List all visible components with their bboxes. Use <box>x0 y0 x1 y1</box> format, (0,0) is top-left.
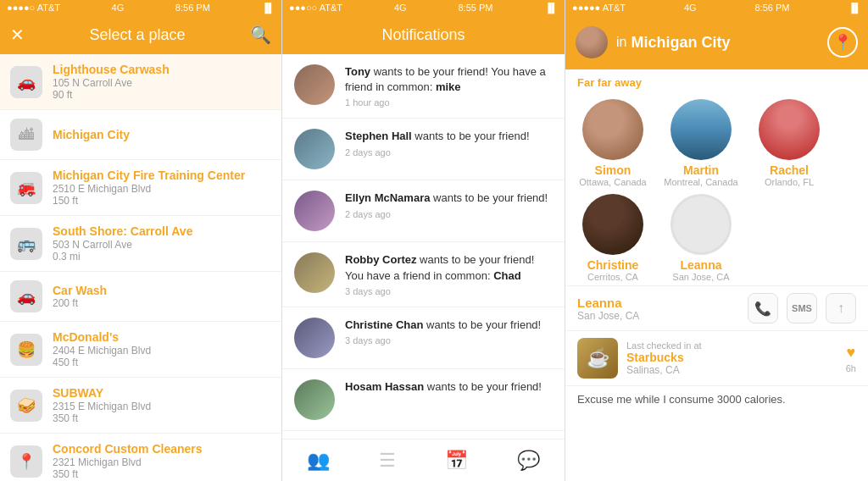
place-distance-fire-training: 150 ft <box>53 195 245 207</box>
tab-calendar[interactable]: 📅 <box>445 450 468 472</box>
tab-chat[interactable]: 💬 <box>517 450 540 472</box>
place-name-fire-training: Michigan City Fire Training Center <box>53 169 245 182</box>
place-address-subway: 2315 E Michigan Blvd <box>53 401 151 412</box>
friend-name-simon: Simon <box>595 163 632 177</box>
notifications-panel: ●●●○○ AT&T 4G 8:55 PM ▐▌ Notifications T… <box>282 0 565 481</box>
network-3: 4G <box>684 3 697 13</box>
notif-avatar-hosam <box>294 379 335 420</box>
notif-time-christine: 3 days ago <box>345 335 541 346</box>
share-button[interactable]: ↑ <box>826 293 856 323</box>
place-item-mcdonalds[interactable]: 🍔 McDonald's 2404 E Michigan Blvd 450 ft <box>0 322 281 378</box>
friend-name-martin: Martin <box>683 163 719 177</box>
section-label: Far far away <box>565 69 868 92</box>
place-name-mcdonalds: McDonald's <box>53 330 151 344</box>
notif-time-tony: 1 hour ago <box>345 97 553 108</box>
place-info-concord: Concord Custom Cleaners 2321 Michigan Bl… <box>53 442 203 480</box>
network-1: 4G <box>112 3 125 13</box>
friend-avatar-simon <box>582 99 643 160</box>
friend-card-martin[interactable]: Martin Montreal, Canada <box>660 99 742 187</box>
phone-button[interactable]: 📞 <box>748 293 778 323</box>
notif-text-christine: Christine Chan wants to be your friend! <box>345 318 541 333</box>
place-info-south-shore: South Shore: Carroll Ave 503 N Carroll A… <box>53 224 192 263</box>
place-address-fire-training: 2510 E Michigan Blvd <box>53 183 245 195</box>
notification-item-hosam[interactable]: Hosam Hassan wants to be your friend! <box>282 369 565 431</box>
selected-friend-bar: Leanna San Jose, CA 📞 SMS ↑ <box>565 285 868 330</box>
time-3: 8:56 PM <box>755 3 790 13</box>
notif-content-stephen: Stephen Hall wants to be your friend! 2 … <box>345 129 530 157</box>
friend-card-christine2[interactable]: Christine Cerritos, CA <box>572 194 654 282</box>
friend-card-rachel[interactable]: Rachel Orlando, FL <box>748 99 830 187</box>
place-distance-concord: 350 ft <box>53 468 203 480</box>
tab-list[interactable]: ☰ <box>379 450 396 472</box>
heart-icon[interactable]: ♥ <box>847 344 856 362</box>
checkin-venue: Starbucks <box>626 351 702 364</box>
friend-location-rachel: Orlando, FL <box>765 177 814 187</box>
friend-name-leanna: Leanna <box>680 258 721 272</box>
place-icon-south-shore: 🚌 <box>10 228 42 260</box>
close-button[interactable]: ✕ <box>10 25 25 45</box>
michigan-city-panel: ●●●●● AT&T 4G 8:56 PM ▐▌ in Michigan Cit… <box>565 0 868 481</box>
selected-friend-info: Leanna San Jose, CA <box>577 296 639 322</box>
place-item-subway[interactable]: 🥪 SUBWAY 2315 E Michigan Blvd 350 ft <box>0 378 281 434</box>
sms-button[interactable]: SMS <box>787 293 817 323</box>
checkin-section: ☕ Last checked in at Starbucks Salinas, … <box>565 330 868 385</box>
friends-grid: Simon Ottawa, Canada Martin Montreal, Ca… <box>565 92 868 285</box>
place-icon-lighthouse: 🚗 <box>10 66 42 98</box>
notifications-header: Notifications <box>282 15 565 54</box>
place-distance-car-wash: 200 ft <box>53 297 107 309</box>
checkin-message: Excuse me while I consume 3000 calories. <box>565 385 868 412</box>
place-distance-lighthouse: 90 ft <box>53 89 170 101</box>
notification-item-robby[interactable]: Robby Cortez wants to be your friend! Yo… <box>282 242 565 307</box>
friend-name-christine2: Christine <box>587 258 639 272</box>
in-text: in <box>616 35 626 50</box>
friend-location-christine2: Cerritos, CA <box>587 272 638 282</box>
carrier-2: ●●●○○ AT&T <box>289 3 342 13</box>
friend-avatar-christine2 <box>582 194 643 255</box>
checkin-image: ☕ <box>577 338 618 379</box>
tab-people[interactable]: 👥 <box>307 450 330 472</box>
notification-item-tony[interactable]: Tony wants to be your friend! You have a… <box>282 54 565 119</box>
notification-item-ellyn[interactable]: Ellyn McNamara wants to be your friend! … <box>282 180 565 242</box>
place-address-south-shore: 503 N Carroll Ave <box>53 239 192 251</box>
location-icon[interactable]: 📍 <box>827 27 858 58</box>
place-name-subway: SUBWAY <box>53 386 151 400</box>
action-icons: 📞 SMS ↑ <box>748 293 856 323</box>
place-distance-south-shore: 0.3 mi <box>53 251 192 263</box>
friend-card-simon[interactable]: Simon Ottawa, Canada <box>572 99 654 187</box>
place-name-lighthouse: Lighthouse Carwash <box>53 63 170 76</box>
place-item-lighthouse[interactable]: 🚗 Lighthouse Carwash 105 N Carroll Ave 9… <box>0 54 281 110</box>
carrier-1: ●●●●○ AT&T <box>7 3 60 13</box>
select-place-title: Select a place <box>89 26 185 44</box>
checkin-info: Last checked in at Starbucks Salinas, CA <box>626 340 702 376</box>
place-address-mcdonalds: 2404 E Michigan Blvd <box>53 345 151 357</box>
place-info-car-wash: Car Wash 200 ft <box>53 284 107 309</box>
friend-location-martin: Montreal, Canada <box>664 177 737 187</box>
place-item-south-shore[interactable]: 🚌 South Shore: Carroll Ave 503 N Carroll… <box>0 216 281 272</box>
select-place-panel: ●●●●○ AT&T 4G 8:56 PM ▐▌ ✕ Select a plac… <box>0 0 282 481</box>
place-item-michigan-city[interactable]: 🏙 Michigan City <box>0 110 281 160</box>
selected-friend-location: San Jose, CA <box>577 310 639 322</box>
notif-avatar-christine <box>294 318 335 358</box>
notif-text-ellyn: Ellyn McNamara wants to be your friend! <box>345 191 548 206</box>
search-button[interactable]: 🔍 <box>250 25 271 45</box>
place-info-subway: SUBWAY 2315 E Michigan Blvd 350 ft <box>53 386 151 424</box>
checkin-venue-location: Salinas, CA <box>626 364 702 376</box>
place-name-concord: Concord Custom Cleaners <box>53 442 203 456</box>
notifications-title: Notifications <box>381 26 465 44</box>
place-item-car-wash[interactable]: 🚗 Car Wash 200 ft <box>0 272 281 322</box>
p3-header: in Michigan City 📍 <box>565 15 868 69</box>
place-icon-fire-training: 🚒 <box>10 172 42 204</box>
notification-item-stephen[interactable]: Stephen Hall wants to be your friend! 2 … <box>282 119 565 180</box>
friend-card-leanna[interactable]: Leanna San Jose, CA <box>660 194 742 282</box>
place-item-fire-training[interactable]: 🚒 Michigan City Fire Training Center 251… <box>0 160 281 216</box>
place-icon-car-wash: 🚗 <box>10 280 42 312</box>
bottom-tabs: 👥☰📅💬 <box>282 439 565 481</box>
notification-item-christine[interactable]: Christine Chan wants to be your friend! … <box>282 307 565 369</box>
notif-text-stephen: Stephen Hall wants to be your friend! <box>345 129 530 144</box>
select-place-header: ✕ Select a place 🔍 <box>0 15 281 54</box>
checkin-label: Last checked in at <box>626 340 702 351</box>
carrier-3: ●●●●● AT&T <box>572 3 626 13</box>
place-item-concord[interactable]: 📍 Concord Custom Cleaners 2321 Michigan … <box>0 434 281 481</box>
place-address-concord: 2321 Michigan Blvd <box>53 456 203 468</box>
notif-time-robby: 3 days ago <box>345 286 553 296</box>
